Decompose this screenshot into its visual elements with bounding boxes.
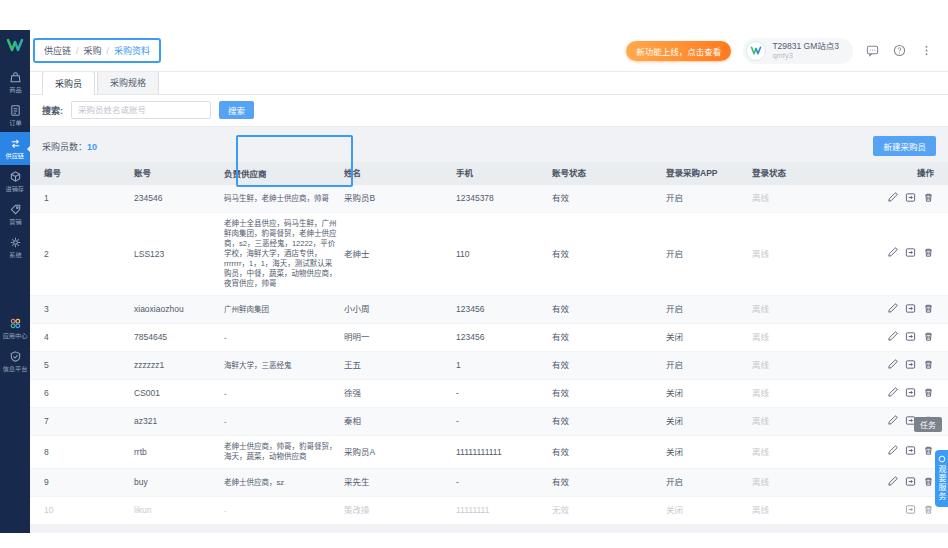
delete-icon[interactable] [923, 303, 934, 317]
tab-purchasers[interactable]: 采购员 [42, 72, 95, 95]
breadcrumb-item[interactable]: 采购 [84, 44, 102, 57]
user-name: T29831 GM站点3 [772, 41, 839, 51]
delete-icon[interactable] [923, 445, 934, 459]
breadcrumb-current[interactable]: 采购资料 [114, 44, 150, 57]
edit-icon[interactable] [887, 303, 898, 317]
sidebar-item-order[interactable]: 订单 [0, 99, 30, 132]
delete-icon[interactable] [923, 387, 934, 401]
app-login-switch: 关闭 [666, 382, 752, 405]
account: 7854645 [134, 326, 224, 349]
transfer-icon[interactable] [905, 359, 916, 373]
delete-icon[interactable] [923, 247, 934, 261]
search-button[interactable]: 搜索 [219, 101, 254, 119]
message-icon[interactable] [865, 43, 880, 58]
table-row: 5zzzzzz1海鲜大学，三恶经鬼王五1有效开启离线 [30, 352, 948, 380]
help-icon[interactable] [892, 43, 907, 58]
table-row: 3xiaoxiaozhou广州鲜肉集团小小周123456有效开启离线 [30, 296, 948, 324]
column-header: 姓名 [344, 162, 456, 185]
row-number: 8 [30, 441, 134, 464]
transfer-icon[interactable] [905, 192, 916, 206]
edit-icon[interactable] [887, 359, 898, 373]
delete-icon[interactable] [923, 504, 934, 518]
apps-icon [9, 317, 22, 330]
phone: 110 [456, 243, 552, 266]
sidebar-item-label: 应用中心 [3, 332, 28, 339]
supplier-list: - [224, 327, 344, 349]
gear-icon [9, 236, 22, 249]
sidebar-item-apps[interactable]: 应用中心 [0, 312, 30, 345]
edit-icon[interactable] [887, 387, 898, 401]
login-status: 离线 [752, 441, 868, 464]
delete-icon[interactable] [923, 476, 934, 490]
edit-icon[interactable] [887, 247, 898, 261]
transfer-icon[interactable] [905, 476, 916, 490]
service-widget[interactable]: 观要服务 [935, 450, 948, 507]
table-row: 6CS001-徐强-有效关闭离线 [30, 380, 948, 408]
phone: - [456, 471, 552, 494]
delete-icon[interactable] [923, 359, 934, 373]
supplier-list: - [224, 411, 344, 433]
transfer-icon[interactable] [905, 247, 916, 261]
transfer-icon[interactable] [905, 504, 916, 518]
login-status: 离线 [752, 243, 868, 266]
search-bar: 搜索: 搜索 [30, 95, 948, 126]
sidebar: 商品 订单 供应链 进销存 营销 系统 应用中心 信息平台 [0, 30, 30, 533]
name: 老绅士 [344, 243, 456, 266]
row-actions [868, 241, 948, 267]
purchaser-count: 采购员数：10 [42, 140, 97, 153]
tag-icon [9, 203, 22, 216]
column-header: 账号 [134, 162, 224, 185]
transfer-icon[interactable] [905, 387, 916, 401]
transfer-icon[interactable] [905, 445, 916, 459]
breadcrumb-item[interactable]: 供应链 [44, 44, 71, 57]
breadcrumb-separator: / [107, 46, 110, 56]
edit-icon[interactable] [887, 192, 898, 206]
account: CS001 [134, 382, 224, 405]
sidebar-item-inventory[interactable]: 进销存 [0, 165, 30, 198]
edit-icon[interactable] [887, 331, 898, 345]
purchaser-table: 编号账号负责供应商姓名手机账号状态登录采购APP登录状态操作 1234546码马… [30, 162, 948, 525]
main-content: 采购员 采购规格 搜索: 搜索 采购员数：10 新建采购员 编号账号负责供应商姓… [30, 72, 948, 533]
supplier-list: 老绅士供应商，帅哥，豹哥餐贸，海天，蔬菜，动物供应商 [224, 436, 344, 468]
account: buy [134, 471, 224, 494]
create-purchaser-button[interactable]: 新建采购员 [873, 136, 936, 156]
sidebar-item-label: 供应链 [6, 152, 25, 159]
name: 秦相 [344, 410, 456, 433]
more-menu-icon[interactable] [919, 43, 934, 58]
transfer-icon[interactable] [905, 331, 916, 345]
row-number: 5 [30, 354, 134, 377]
login-status: 离线 [752, 354, 868, 377]
sidebar-item-platform[interactable]: 信息平台 [0, 345, 30, 378]
edit-icon[interactable] [887, 476, 898, 490]
search-input[interactable] [71, 101, 211, 119]
account-status: 有效 [552, 354, 666, 377]
column-header: 登录状态 [752, 162, 868, 185]
user-menu[interactable]: T29831 GM站点3 qmfy3 [743, 38, 853, 64]
name: 采购员B [344, 187, 456, 210]
table-row: 9buy老绅士供应商，sz采先生-有效开启离线 [30, 469, 948, 497]
inventory-icon [9, 170, 22, 183]
sidebar-item-supply-chain[interactable]: 供应链 [0, 132, 30, 165]
sidebar-item-gear[interactable]: 系统 [0, 231, 30, 264]
account: LSS123 [134, 243, 224, 266]
sidebar-item-bag[interactable]: 商品 [0, 66, 30, 99]
column-header: 编号 [30, 162, 134, 185]
sidebar-item-tag[interactable]: 营销 [0, 198, 30, 231]
transfer-icon[interactable] [905, 303, 916, 317]
sidebar-item-label: 营销 [9, 218, 21, 225]
column-header: 操作 [868, 162, 948, 185]
app-login-switch: 开启 [666, 298, 752, 321]
delete-icon[interactable] [923, 192, 934, 206]
row-actions [868, 353, 948, 379]
edit-icon[interactable] [887, 445, 898, 459]
table-row: 8rrtb老绅士供应商，帅哥，豹哥餐贸，海天，蔬菜，动物供应商采购员A11111… [30, 436, 948, 469]
service-icon [938, 455, 946, 463]
account-status: 有效 [552, 410, 666, 433]
tab-purchase-specs[interactable]: 采购规格 [97, 72, 159, 94]
delete-icon[interactable] [923, 331, 934, 345]
new-feature-banner[interactable]: 新功能上线，点击查看 [626, 41, 731, 61]
column-header: 负责供应商 [224, 163, 344, 185]
edit-icon[interactable] [887, 415, 898, 429]
login-status: 离线 [752, 410, 868, 433]
app-login-switch: 关闭 [666, 326, 752, 349]
